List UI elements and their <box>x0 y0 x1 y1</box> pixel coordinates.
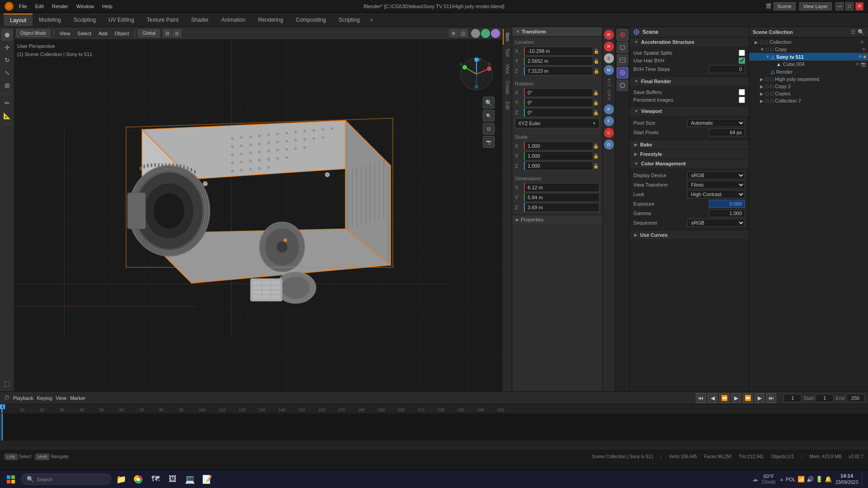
xray-btn[interactable]: ◫ <box>459 29 467 37</box>
props-scene-icon[interactable] <box>617 67 628 79</box>
kitops-icon-render[interactable]: R <box>604 30 614 40</box>
taskbar-icon-terminal[interactable]: 💻 <box>183 472 197 487</box>
outliner-filter-icon[interactable]: ☰ <box>851 29 856 35</box>
scale-x-input[interactable] <box>524 141 593 150</box>
bvh-steps-input[interactable] <box>709 65 745 73</box>
tree-item-copy[interactable]: ▼ □ □ Copy 👁 <box>749 46 868 53</box>
prev-keyframe-btn[interactable]: ⏪ <box>719 393 729 403</box>
bake-header[interactable]: ▶ Bake <box>630 140 749 149</box>
taskbar-icon-vscode[interactable]: 📝 <box>200 472 214 487</box>
tab-uv-editing[interactable]: UV Editing <box>102 14 141 26</box>
lock-z-icon[interactable]: 🔓 <box>593 69 599 74</box>
lock-sx-icon[interactable]: 🔓 <box>593 144 599 149</box>
lock-rz-icon[interactable]: 🔓 <box>593 110 599 115</box>
clock[interactable]: 14:14 23/09/2023 <box>835 473 858 486</box>
scene-selector[interactable]: Scene <box>774 2 796 10</box>
collection-vis-eye[interactable]: 👁 <box>860 40 866 45</box>
orthographic-btn[interactable]: ⊡ <box>483 123 495 135</box>
properties-subsection[interactable]: ▶ Properties <box>512 215 602 224</box>
add-cube-tool[interactable]: ⬚ <box>1 378 13 389</box>
annotate-tool[interactable]: ✏ <box>1 97 13 109</box>
tree-item-sony-tv[interactable]: ▼ △ Sony tv 511 👁 <box>749 53 868 61</box>
scale-tool[interactable]: ⤡ <box>1 67 13 79</box>
wifi-icon[interactable]: 📶 <box>797 476 805 483</box>
edit-tab[interactable]: Edit <box>503 98 511 113</box>
outliner-search-icon[interactable]: 🔍 <box>858 29 864 35</box>
cube-vis-eye[interactable]: 👁 <box>855 62 860 67</box>
view-menu[interactable]: View <box>57 30 73 37</box>
tree-item-render[interactable]: △ Render <box>749 68 868 75</box>
lock-rx-icon[interactable]: 🔓 <box>593 90 599 95</box>
snap-btn[interactable]: ⊟ <box>163 29 171 37</box>
transform-section-header[interactable]: ▼ Transform <box>512 27 602 37</box>
color-management-header[interactable]: ▼ Color Management <box>630 159 749 168</box>
next-keyframe-btn[interactable]: ⏩ <box>743 393 753 403</box>
spatial-splits-checkbox[interactable] <box>739 50 745 56</box>
tab-compositing[interactable]: Compositing <box>289 14 332 26</box>
euler-dropdown[interactable]: XYZ Euler ▼ <box>515 118 599 128</box>
maximize-button[interactable]: □ <box>845 2 854 10</box>
save-buffers-checkbox[interactable] <box>739 89 745 95</box>
material-shading-btn[interactable] <box>481 29 490 38</box>
tool-tab[interactable]: Tool <box>503 45 511 60</box>
topbar-render-menu[interactable]: Render <box>49 3 71 10</box>
tab-add[interactable]: + <box>366 14 377 25</box>
viewport-canvas[interactable]: User Perspective (1) Scene Collection | … <box>14 40 502 391</box>
end-frame-input[interactable] <box>846 394 864 402</box>
transform-tool[interactable]: ⊞ <box>1 80 13 91</box>
measure-tool[interactable]: 📐 <box>1 110 13 122</box>
lock-x-icon[interactable]: 🔓 <box>593 49 599 54</box>
copy-vis-eye[interactable]: 👁 <box>862 47 866 52</box>
play-btn[interactable]: ▶ <box>731 393 741 403</box>
tab-shader[interactable]: Shader <box>185 14 215 26</box>
overlay-btn[interactable]: ⊚ <box>449 29 458 37</box>
timeline-body[interactable]: 1 10 20 30 40 50 60 70 80 90 100 110 120… <box>0 404 868 441</box>
tab-sculpting[interactable]: Sculpting <box>67 14 102 26</box>
lock-sz-icon[interactable]: 🔓 <box>593 164 599 169</box>
kitops-icon-physics[interactable]: F <box>604 116 614 126</box>
next-frame-btn[interactable]: ▶ <box>755 393 764 403</box>
playback-menu[interactable]: Playback <box>13 395 33 401</box>
view-transform-dropdown[interactable]: Filmic <box>687 181 745 189</box>
start-pixels-input[interactable] <box>709 128 745 136</box>
start-button[interactable] <box>4 472 18 487</box>
tab-animation[interactable]: Animation <box>215 14 252 26</box>
gamma-input[interactable] <box>709 209 745 217</box>
scale-z-input[interactable] <box>524 161 593 170</box>
dim-x-input[interactable] <box>524 183 599 192</box>
viewport-section-header[interactable]: ▼ Viewport <box>630 107 749 116</box>
location-z-input[interactable] <box>524 66 593 75</box>
zoom-out-btn[interactable]: 🔍 <box>483 110 495 122</box>
view-tab[interactable]: View <box>503 61 511 78</box>
proportional-btn[interactable]: ◎ <box>173 29 181 37</box>
tree-item-collection7[interactable]: ▶ □ □ Collection 7 <box>749 97 868 104</box>
current-frame-input[interactable] <box>783 394 802 402</box>
topbar-edit-menu[interactable]: Edit <box>33 3 47 10</box>
final-render-header[interactable]: ▼ Final Render <box>630 77 749 86</box>
display-device-dropdown[interactable]: sRGB <box>687 171 745 179</box>
view-layer-selector[interactable]: View Layer <box>799 2 832 10</box>
taskbar-icon-photos[interactable]: 🖼 <box>165 472 180 487</box>
pivot-dropdown[interactable]: Global <box>138 29 160 37</box>
hair-bvh-checkbox[interactable] <box>739 57 745 64</box>
up-arrow[interactable]: ▲ <box>779 477 784 482</box>
jump-to-start-btn[interactable]: ⏮ <box>696 393 706 403</box>
marker-menu[interactable]: Marker <box>70 395 85 401</box>
add-menu[interactable]: Add <box>96 30 110 37</box>
rotation-y-input[interactable] <box>524 98 593 107</box>
kitops-icon-render2[interactable]: R <box>604 42 614 52</box>
timeline-tracks[interactable] <box>0 413 868 441</box>
taskbar-icon-chrome[interactable] <box>131 472 146 487</box>
cursor-tool[interactable]: ⊕ <box>1 29 13 41</box>
kitops-icon-data[interactable]: D <box>604 140 614 150</box>
minimize-button[interactable]: — <box>835 2 844 10</box>
tree-item-copy2[interactable]: ▶ □ □ Copy 2 <box>749 83 868 90</box>
rotation-x-input[interactable] <box>524 88 593 97</box>
orientation-gizmo[interactable]: Z Y X <box>458 56 495 92</box>
acceleration-header[interactable]: ▼ Acceleration Structure <box>630 38 749 47</box>
kitops-label[interactable]: KIT OPS <box>607 76 611 103</box>
tree-item-highpoly[interactable]: ▶ □ □ High poly separeted <box>749 75 868 83</box>
tree-item-collection[interactable]: ▶ □ □ Collection 👁 <box>749 38 868 46</box>
zoom-in-btn[interactable]: 🔍 <box>483 97 495 108</box>
lock-y-icon[interactable]: 🔓 <box>593 59 599 64</box>
